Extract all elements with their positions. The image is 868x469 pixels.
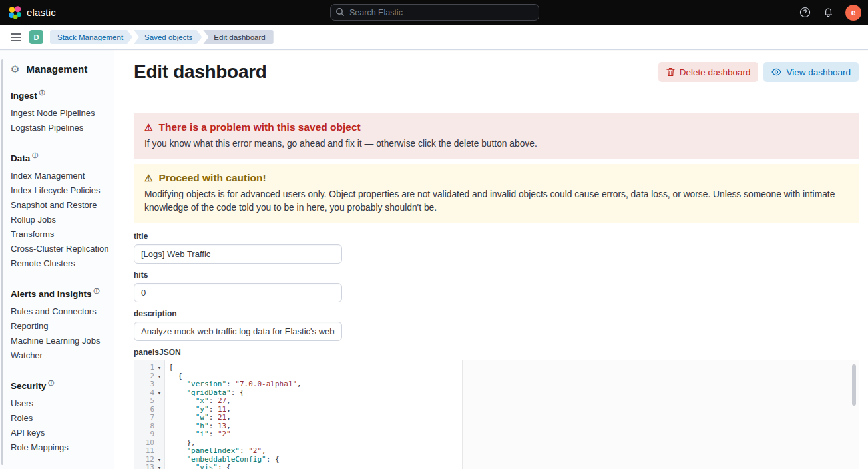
main-content: Edit dashboard Delete dashboard [114, 50, 868, 469]
fold-arrow-icon[interactable]: ▾ [154, 372, 164, 381]
divider [134, 99, 859, 99]
fold-arrow-icon[interactable]: ▾ [154, 456, 164, 464]
breadcrumb: Stack Management Saved objects Edit dash… [50, 30, 274, 44]
sidebar-item[interactable]: Index Management [11, 169, 103, 183]
code-line: 7 "w": 21, [134, 414, 859, 422]
sidebar-section-heading: Securityⓘ [11, 380, 103, 393]
sidebar-item[interactable]: Rules and Connectors [11, 304, 103, 319]
title-input[interactable] [134, 244, 342, 264]
line-number: 11 [134, 447, 154, 456]
sidebar-item[interactable]: Cross-Cluster Replication [11, 242, 103, 256]
fold-arrow-icon[interactable]: ▾ [154, 389, 164, 398]
sidebar-header: ⚙ Management [0, 63, 114, 75]
code-line: 13▾ "vis": { [134, 464, 859, 469]
gutter-cell: 13▾ [134, 464, 165, 469]
space-avatar[interactable]: D [29, 30, 43, 44]
delete-dashboard-button[interactable]: Delete dashboard [658, 62, 759, 82]
fold-spacer [154, 397, 164, 406]
kibana-app: elastic [0, 0, 868, 469]
search-input[interactable] [330, 4, 539, 21]
sidebar-item[interactable]: Logstash Pipelines [11, 121, 103, 135]
warning-callout-body: Modifying objects is for advanced users … [144, 188, 848, 215]
gutter-cell: 11 [134, 447, 165, 456]
field-hits: hits [134, 270, 859, 302]
field-description: description [134, 309, 859, 341]
sidebar-item[interactable]: Ingest Node Pipelines [11, 106, 103, 121]
sidebar-section: SecurityⓘUsersRolesAPI keysRole Mappings [0, 380, 114, 455]
fold-arrow-icon[interactable]: ▾ [154, 464, 164, 469]
fold-spacer [154, 380, 164, 389]
fold-spacer [154, 414, 164, 422]
editor-scrollbar[interactable] [852, 364, 856, 406]
sidebar-sections: IngestⓘIngest Node PipelinesLogstash Pip… [0, 89, 114, 455]
sidebar-item[interactable]: Users [11, 396, 103, 411]
saved-object-form: title hits description panelsJSON [134, 232, 859, 469]
section-info-icon: ⓘ [94, 288, 100, 294]
search-icon [335, 7, 345, 17]
gutter-cell: 9 [134, 430, 165, 439]
description-input[interactable] [134, 322, 342, 341]
sidebar-item[interactable]: Transforms [11, 227, 103, 242]
section-info-icon: ⓘ [48, 380, 54, 386]
brand-name: elastic [27, 7, 56, 18]
line-number: 1 [134, 364, 154, 372]
sidebar-item[interactable]: Machine Learning Jobs [11, 334, 103, 348]
code-line: 4▾ "gridData": { [134, 389, 859, 398]
line-number: 7 [134, 414, 154, 422]
section-info-icon: ⓘ [39, 90, 45, 96]
gutter-cell: 3 [134, 380, 165, 389]
sidebar-item[interactable]: Reporting [11, 319, 103, 334]
hits-input[interactable] [134, 283, 342, 302]
code-line: 12▾ "embeddableConfig": { [134, 456, 859, 464]
code-text[interactable]: "vis": { [165, 464, 231, 469]
warning-icon: ⚠ [144, 173, 153, 183]
notifications-bell-icon[interactable] [822, 7, 834, 19]
fold-arrow-icon[interactable]: ▾ [154, 364, 164, 372]
line-number: 3 [134, 380, 154, 389]
sidebar-section-heading: Dataⓘ [11, 152, 103, 165]
error-callout-title: There is a problem with this saved objec… [159, 121, 361, 133]
elastic-logo-icon [8, 6, 21, 19]
fold-spacer [154, 406, 164, 414]
sidebar-item[interactable]: Role Mappings [11, 440, 103, 455]
fold-spacer [154, 422, 164, 431]
trash-icon [666, 67, 675, 77]
view-dashboard-button[interactable]: View dashboard [763, 62, 859, 82]
description-field-label: description [134, 309, 859, 318]
error-callout: ⚠ There is a problem with this saved obj… [134, 113, 859, 159]
sidebar-item[interactable]: Watcher [11, 348, 103, 363]
sidebar-item[interactable]: Remote Clusters [11, 256, 103, 271]
line-number: 5 [134, 397, 154, 406]
code-line: 5 "x": 27, [134, 397, 859, 406]
sidebar-item[interactable]: Snapshot and Restore [11, 198, 103, 213]
sidebar-item[interactable]: Rollup Jobs [11, 213, 103, 227]
sidebar-item[interactable]: Roles [11, 411, 103, 426]
breadcrumb-saved-objects[interactable]: Saved objects [134, 30, 202, 44]
gear-icon: ⚙ [11, 64, 19, 74]
global-search [330, 4, 539, 21]
editor-lines: 1▾[2▾ {3 "version": "7.0.0-alpha1",4▾ "g… [134, 360, 859, 469]
section-info-icon: ⓘ [32, 153, 38, 159]
breadcrumb-stack-management[interactable]: Stack Management [50, 30, 132, 44]
page-title: Edit dashboard [134, 61, 267, 83]
menu-hamburger-icon[interactable] [5, 27, 27, 48]
gutter-cell: 5 [134, 397, 165, 406]
code-line: 1▾[ [134, 364, 859, 372]
user-avatar[interactable]: e [845, 5, 861, 21]
json-code-editor[interactable]: 1▾[2▾ {3 "version": "7.0.0-alpha1",4▾ "g… [134, 360, 859, 469]
sidebar-section: IngestⓘIngest Node PipelinesLogstash Pip… [0, 89, 114, 135]
line-number: 9 [134, 430, 154, 439]
sidebar-scrollbar[interactable] [1, 59, 3, 465]
field-panelsjson: panelsJSON 1▾[2▾ {3 "version": "7.0.0-al… [134, 348, 859, 469]
sidebar-item[interactable]: Index Lifecycle Policies [11, 183, 103, 198]
title-field-label: title [134, 232, 859, 241]
sidebar-section: Alerts and InsightsⓘRules and Connectors… [0, 288, 114, 363]
fold-spacer [154, 447, 164, 456]
header-actions: e [688, 5, 861, 21]
gutter-cell: 7 [134, 414, 165, 422]
sidebar-item[interactable]: API keys [11, 426, 103, 440]
brand[interactable]: elastic [8, 6, 181, 19]
sidebar-section-heading: Alerts and Insightsⓘ [11, 288, 103, 301]
gutter-cell: 1▾ [134, 364, 165, 372]
help-icon[interactable] [799, 7, 811, 19]
